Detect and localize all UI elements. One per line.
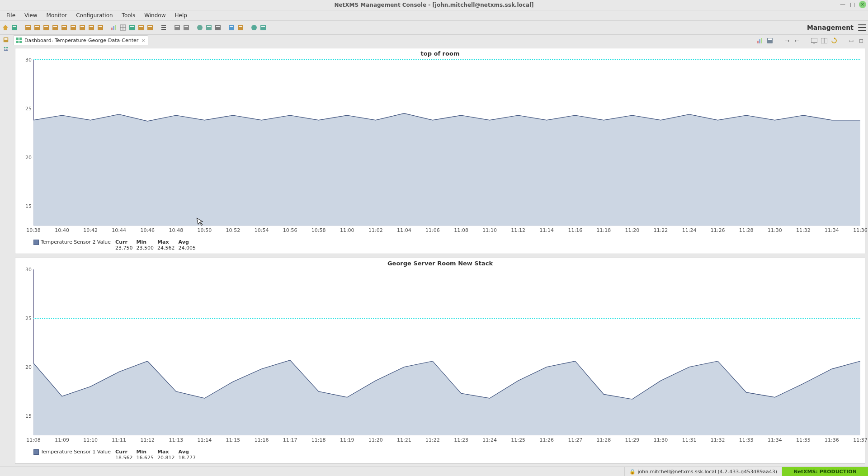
doc-icon[interactable] bbox=[42, 24, 50, 31]
gutter-icon[interactable] bbox=[3, 46, 9, 52]
x-tick-label: 11:23 bbox=[454, 437, 468, 443]
app-window: NetXMS Management Console - [john.mitche… bbox=[0, 0, 868, 476]
doc-icon[interactable] bbox=[24, 24, 32, 31]
chart-icon[interactable] bbox=[110, 24, 118, 31]
doc-icon[interactable] bbox=[137, 24, 145, 31]
x-tick-label: 11:14 bbox=[539, 227, 554, 233]
lock-icon: 🔒 bbox=[629, 469, 636, 475]
minimize-view-icon[interactable]: ▭ bbox=[848, 38, 854, 44]
x-tick-label: 11:12 bbox=[511, 227, 525, 233]
svg-point-48 bbox=[251, 25, 257, 30]
help-icon[interactable] bbox=[250, 24, 258, 31]
about-icon[interactable] bbox=[259, 24, 267, 31]
svg-rect-35 bbox=[175, 25, 180, 30]
svg-rect-41 bbox=[207, 26, 211, 27]
x-tick-label: 11:18 bbox=[597, 227, 611, 233]
arrow-left-icon[interactable]: ← bbox=[794, 38, 800, 44]
home-icon[interactable] bbox=[2, 24, 9, 31]
screen-icon[interactable] bbox=[811, 38, 817, 44]
x-tick-label: 10:50 bbox=[198, 227, 212, 233]
chart-icon[interactable] bbox=[757, 38, 763, 44]
minimize-button[interactable]: — bbox=[839, 1, 846, 8]
svg-rect-14 bbox=[80, 25, 85, 30]
layout-icon[interactable] bbox=[821, 38, 827, 44]
tab-dashboard[interactable]: Dashboard: Temperature-George-Data-Cente… bbox=[13, 35, 148, 45]
main-area: Dashboard: Temperature-George-Data-Cente… bbox=[12, 35, 868, 467]
doc-icon[interactable] bbox=[97, 24, 104, 31]
tree-add-icon[interactable] bbox=[11, 24, 18, 31]
x-tick-label: 11:24 bbox=[682, 227, 697, 233]
x-tick-label: 11:04 bbox=[397, 227, 411, 233]
window-title: NetXMS Management Console - [john.mitche… bbox=[0, 2, 868, 8]
doc-icon[interactable] bbox=[52, 24, 59, 31]
svg-point-55 bbox=[6, 47, 8, 49]
svg-rect-49 bbox=[260, 25, 266, 30]
x-tick-label: 11:32 bbox=[796, 227, 811, 233]
link-icon[interactable] bbox=[228, 24, 235, 31]
svg-rect-58 bbox=[16, 41, 19, 43]
svg-rect-2 bbox=[25, 25, 31, 30]
svg-rect-3 bbox=[26, 26, 30, 27]
tab-bar: Dashboard: Temperature-George-Data-Cente… bbox=[12, 35, 868, 45]
tab-close-icon[interactable]: × bbox=[141, 38, 145, 43]
chart-svg bbox=[15, 58, 865, 237]
copy-icon[interactable] bbox=[174, 24, 181, 31]
x-tick-label: 11:33 bbox=[739, 437, 754, 443]
script-icon[interactable] bbox=[205, 24, 212, 31]
x-tick-label: 11:36 bbox=[825, 437, 839, 443]
x-tick-label: 11:12 bbox=[140, 437, 155, 443]
doc-icon[interactable] bbox=[146, 24, 154, 31]
menu-view[interactable]: View bbox=[21, 11, 41, 19]
chart-area[interactable]: 1520253011:0811:0911:1011:1111:1211:1311… bbox=[15, 268, 865, 447]
gutter-icon[interactable] bbox=[3, 37, 9, 43]
export-icon[interactable] bbox=[128, 24, 136, 31]
svg-rect-27 bbox=[130, 26, 134, 27]
doc-icon[interactable] bbox=[33, 24, 41, 31]
maximize-button[interactable]: □ bbox=[849, 1, 856, 8]
x-tick-label: 11:35 bbox=[796, 437, 811, 443]
x-tick-label: 11:26 bbox=[539, 437, 554, 443]
svg-rect-66 bbox=[813, 43, 815, 43]
svg-rect-45 bbox=[230, 26, 233, 27]
menu-configuration[interactable]: Configuration bbox=[72, 11, 116, 19]
doc-icon[interactable] bbox=[70, 24, 77, 31]
left-gutter bbox=[0, 35, 12, 467]
svg-rect-4 bbox=[34, 25, 40, 30]
arrow-right-icon[interactable]: → bbox=[784, 38, 790, 44]
doc-icon[interactable] bbox=[79, 24, 86, 31]
svg-rect-12 bbox=[71, 25, 76, 30]
svg-rect-17 bbox=[90, 26, 93, 27]
menu-help[interactable]: Help bbox=[171, 11, 190, 19]
x-tick-label: 11:11 bbox=[112, 437, 126, 443]
close-button[interactable]: × bbox=[859, 1, 866, 8]
svg-rect-56 bbox=[16, 38, 19, 40]
chart-area[interactable]: 1520253010:3810:4010:4210:4410:4610:4810… bbox=[15, 58, 865, 237]
menu-monitor[interactable]: Monitor bbox=[43, 11, 71, 19]
x-tick-label: 11:06 bbox=[425, 227, 440, 233]
table-icon[interactable] bbox=[119, 24, 127, 31]
x-tick-label: 11:30 bbox=[654, 437, 668, 443]
refresh-icon[interactable] bbox=[831, 38, 837, 44]
network-icon[interactable] bbox=[196, 24, 203, 31]
menu-tools[interactable]: Tools bbox=[118, 11, 139, 19]
folder-icon[interactable] bbox=[237, 24, 244, 31]
menu-file[interactable]: File bbox=[3, 11, 19, 19]
list-icon[interactable] bbox=[160, 24, 167, 31]
x-tick-label: 11:10 bbox=[83, 437, 98, 443]
doc-icon[interactable] bbox=[61, 24, 68, 31]
svg-point-54 bbox=[4, 47, 6, 49]
maximize-view-icon[interactable]: ◻ bbox=[858, 38, 864, 44]
doc-icon[interactable] bbox=[88, 24, 95, 31]
print-icon[interactable] bbox=[214, 24, 222, 31]
save-icon[interactable] bbox=[767, 38, 773, 44]
x-tick-label: 11:32 bbox=[711, 437, 725, 443]
paste-icon[interactable] bbox=[183, 24, 190, 31]
menu-window[interactable]: Window bbox=[141, 11, 169, 19]
x-tick-label: 11:14 bbox=[198, 437, 212, 443]
svg-rect-26 bbox=[129, 25, 135, 30]
svg-rect-53 bbox=[5, 39, 8, 40]
svg-point-39 bbox=[197, 25, 203, 30]
svg-rect-30 bbox=[147, 25, 153, 30]
menu-icon[interactable] bbox=[858, 24, 866, 31]
tab-label: Dashboard: Temperature-George-Data-Cente… bbox=[24, 38, 138, 43]
